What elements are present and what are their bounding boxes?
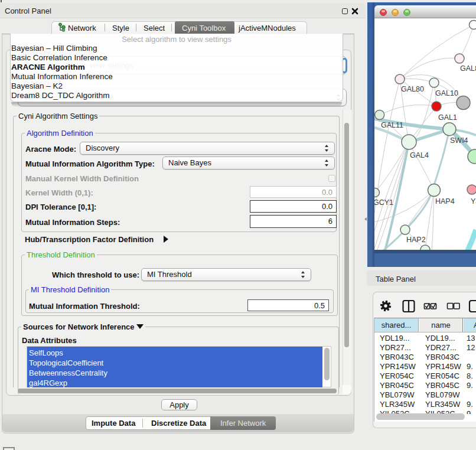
svg-text:GAL1: GAL1 bbox=[438, 113, 457, 122]
svg-text:GAL4: GAL4 bbox=[410, 151, 429, 159]
svg-text:GAL80: GAL80 bbox=[460, 64, 476, 73]
svg-text:GCY1: GCY1 bbox=[374, 198, 393, 207]
svg-text:SWI4: SWI4 bbox=[450, 136, 468, 145]
svg-text:YJ: YJ bbox=[471, 197, 476, 206]
svg-text:GAL10: GAL10 bbox=[435, 89, 458, 97]
svg-text:HAP2: HAP2 bbox=[406, 236, 426, 244]
svg-text:GAL80: GAL80 bbox=[401, 85, 424, 93]
svg-text:GAL11: GAL11 bbox=[381, 121, 403, 129]
svg-text:HAP4: HAP4 bbox=[435, 197, 455, 206]
